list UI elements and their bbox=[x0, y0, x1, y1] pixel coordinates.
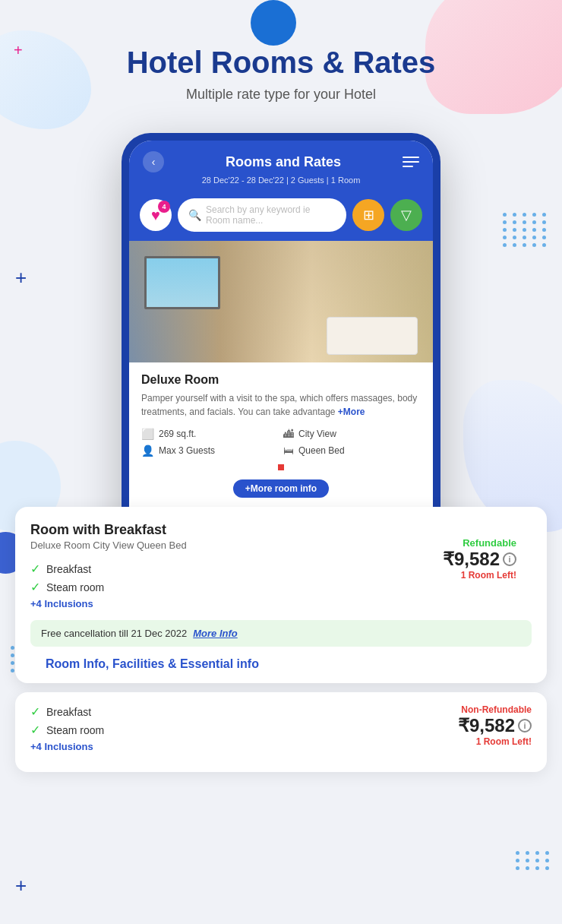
size-icon: ⬜ bbox=[141, 428, 154, 440]
page-subtitle: Multiple rate type for your Hotel bbox=[15, 87, 547, 103]
room-info-header: Room Info, Facilities & Essential info bbox=[30, 647, 532, 671]
free-cancel-text: Free cancellation till 21 Dec 2022 bbox=[41, 628, 187, 639]
room-size: 269 sq.ft. bbox=[159, 429, 196, 439]
view-icon: 🏙 bbox=[283, 428, 294, 440]
room-guests: Max 3 Guests bbox=[159, 445, 215, 456]
room-bed-spec: 🛏 Queen Bed bbox=[283, 445, 421, 457]
room-specs: ⬜ 269 sq.ft. 🏙 City View 👤 Max 3 Guests … bbox=[141, 428, 421, 457]
red-dot-indicator bbox=[278, 464, 284, 470]
search-row: ♥ 4 🔍 Search by any keyword ie Room name… bbox=[129, 192, 433, 241]
dots-grid-bottom-right bbox=[516, 851, 551, 878]
price-block: Refundable ₹9,582 i 1 Room Left! bbox=[443, 537, 516, 581]
list-icon: ⊞ bbox=[363, 207, 374, 223]
rate-card: Room with Breakfast Deluxe Room City Vie… bbox=[15, 507, 547, 683]
inclusion-item-steam: ✓ Steam room bbox=[30, 580, 532, 594]
phone-container: ‹ Rooms and Rates 28 Dec'22 - 28 Dec'22 … bbox=[0, 133, 562, 552]
phone-screen: ‹ Rooms and Rates 28 Dec'22 - 28 Dec'22 … bbox=[129, 141, 433, 545]
check-icon-breakfast-2: ✓ bbox=[30, 704, 40, 719]
room-size-spec: ⬜ 269 sq.ft. bbox=[141, 428, 279, 440]
non-refundable-label: Non-Refundable bbox=[458, 704, 532, 715]
rooms-left: 1 Room Left! bbox=[443, 570, 516, 581]
more-inclusions-link[interactable]: +4 Inclusions bbox=[30, 598, 532, 609]
check-icon-breakfast: ✓ bbox=[30, 562, 40, 576]
page-title: Hotel Rooms & Rates bbox=[15, 46, 547, 79]
inclusion-steam: Steam room bbox=[46, 581, 104, 593]
filter-icon: ▽ bbox=[401, 207, 412, 223]
rate-card-title: Room with Breakfast bbox=[30, 522, 532, 538]
description-more-link[interactable]: +More bbox=[338, 407, 365, 417]
guests-icon: 👤 bbox=[141, 445, 154, 457]
room-guests-spec: 👤 Max 3 Guests bbox=[141, 445, 279, 457]
more-inclusions-link-2[interactable]: +4 Inclusions bbox=[30, 741, 104, 752]
price-block-2: Non-Refundable ₹9,582 i 1 Room Left! bbox=[458, 704, 532, 747]
check-icon-steam: ✓ bbox=[30, 580, 40, 594]
refundable-label: Refundable bbox=[443, 537, 516, 549]
inclusions-list-2: ✓ Breakfast ✓ Steam room +4 Inclusions bbox=[30, 704, 104, 752]
wishlist-button[interactable]: ♥ 4 bbox=[140, 199, 172, 231]
list-view-button[interactable]: ⊞ bbox=[352, 199, 384, 231]
room-name: Deluxe Room bbox=[141, 373, 421, 387]
header-section: Hotel Rooms & Rates Multiple rate type f… bbox=[0, 0, 562, 118]
room-image bbox=[129, 241, 433, 362]
rooms-left-2: 1 Room Left! bbox=[458, 736, 532, 747]
room-view-spec: 🏙 City View bbox=[283, 428, 421, 440]
room-bed-type: Queen Bed bbox=[298, 445, 345, 456]
inclusion-steam-2: Steam room bbox=[46, 724, 104, 736]
price-info-button[interactable]: i bbox=[503, 552, 516, 566]
more-room-info-button[interactable]: +More room info bbox=[233, 479, 329, 498]
check-icon-steam-2: ✓ bbox=[30, 723, 40, 737]
room-bed-decor bbox=[327, 317, 418, 355]
bed-icon: 🛏 bbox=[283, 445, 294, 457]
price-amount: ₹9,582 i bbox=[443, 549, 516, 570]
price-value-2: ₹9,582 bbox=[458, 715, 515, 736]
search-bar[interactable]: 🔍 Search by any keyword ie Room name... bbox=[178, 198, 346, 232]
room-window-decor bbox=[144, 256, 220, 309]
price-value: ₹9,582 bbox=[443, 549, 500, 570]
more-info-link[interactable]: More Info bbox=[193, 628, 238, 639]
phone-frame: ‹ Rooms and Rates 28 Dec'22 - 28 Dec'22 … bbox=[122, 133, 440, 552]
inclusion-breakfast-2: Breakfast bbox=[46, 706, 91, 718]
menu-button[interactable] bbox=[403, 157, 419, 167]
inclusion-item-breakfast-2: ✓ Breakfast bbox=[30, 704, 104, 719]
back-button[interactable]: ‹ bbox=[143, 151, 164, 172]
screen-subtitle: 28 Dec'22 - 28 Dec'22 | 2 Guests | 1 Roo… bbox=[143, 176, 419, 185]
rate-card-2: ✓ Breakfast ✓ Steam room +4 Inclusions N… bbox=[15, 692, 547, 772]
price-amount-2: ₹9,582 i bbox=[458, 715, 532, 736]
room-description: Pamper yourself with a visit to the spa,… bbox=[141, 391, 421, 419]
filter-button[interactable]: ▽ bbox=[390, 199, 422, 231]
inclusion-breakfast: Breakfast bbox=[46, 563, 91, 575]
phone-header: ‹ Rooms and Rates 28 Dec'22 - 28 Dec'22 … bbox=[129, 141, 433, 192]
search-placeholder: Search by any keyword ie Room name... bbox=[206, 204, 336, 226]
free-cancel-bar: Free cancellation till 21 Dec 2022 More … bbox=[30, 620, 532, 647]
wishlist-count: 4 bbox=[158, 201, 170, 213]
search-icon: 🔍 bbox=[188, 209, 201, 221]
room-view: City View bbox=[298, 429, 336, 439]
inclusion-item-steam-2: ✓ Steam room bbox=[30, 723, 104, 737]
cross-bottom-left: + bbox=[15, 874, 27, 897]
price-info-button-2[interactable]: i bbox=[518, 719, 532, 733]
screen-title: Rooms and Rates bbox=[226, 154, 341, 170]
